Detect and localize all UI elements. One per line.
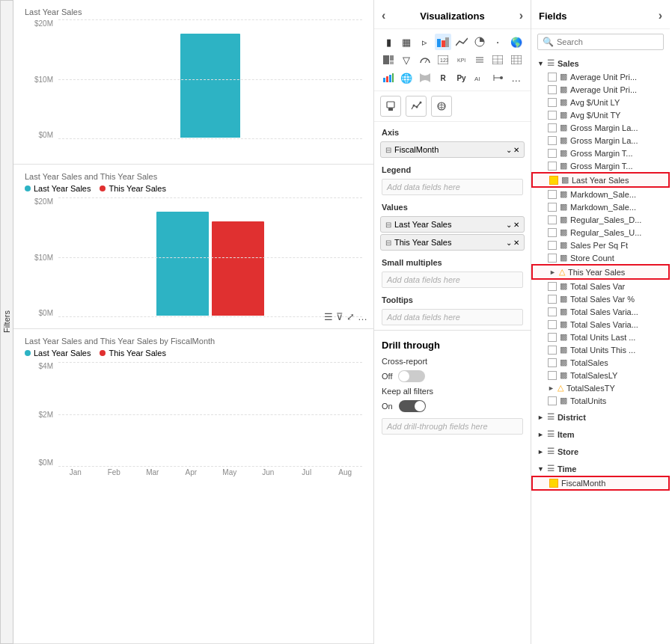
viz-nav-right[interactable]: ›: [519, 9, 523, 22]
checkbox-totalunits[interactable]: [548, 396, 557, 405]
this-year-close[interactable]: ✕: [513, 239, 519, 247]
field-markdown-sale-1[interactable]: ▩ Markdown_Sale...: [531, 188, 670, 200]
viz-icon-python[interactable]: Py: [453, 70, 470, 86]
field-last-year-sales[interactable]: ▩ Last Year Sales: [531, 172, 670, 188]
viz-icon-scatter[interactable]: ⋅: [489, 34, 506, 50]
store-group-header[interactable]: ► ☰ Store: [531, 444, 670, 459]
values-field-last-year[interactable]: ⊟ Last Year Sales ⌄ ✕: [380, 216, 525, 233]
field-sales-per-sq-ft[interactable]: ▩ Sales Per Sq Ft: [531, 239, 670, 251]
filters-tab[interactable]: Filters: [0, 0, 13, 644]
time-group-header[interactable]: ▼ ☰ Time: [531, 461, 670, 476]
viz-icon-filled-map[interactable]: 🌐: [398, 70, 415, 86]
viz-icon-bar[interactable]: ▦: [398, 34, 415, 50]
viz-icon-clustered-bar[interactable]: [435, 34, 451, 50]
field-store-count[interactable]: ▩ Store Count: [531, 251, 670, 264]
drill-through-placeholder[interactable]: Add drill-through fields here: [382, 418, 523, 435]
checkbox-avg-unit-pri-2[interactable]: [548, 85, 557, 94]
checkbox-gross-margin-la-2[interactable]: [548, 136, 557, 145]
field-gross-margin-t-1[interactable]: ▩ Gross Margin T...: [531, 147, 670, 159]
viz-icon-r-script[interactable]: R: [435, 70, 451, 86]
viz-icon-map[interactable]: 🌎: [508, 34, 525, 50]
sales-group-header[interactable]: ▼ ☰ Sales: [531, 56, 670, 70]
field-regular-sales-d[interactable]: ▩ Regular_Sales_D...: [531, 213, 670, 226]
item-group-header[interactable]: ► ☰ Item: [531, 427, 670, 441]
viz-nav-left[interactable]: ‹: [382, 9, 385, 22]
field-totalsalesly[interactable]: ▩ TotalSalesLY: [531, 369, 670, 381]
field-this-year-sales[interactable]: ► △ This Year Sales: [531, 264, 670, 280]
this-year-chevron[interactable]: ⌄: [506, 239, 512, 247]
checkbox-fiscal-month[interactable]: [549, 479, 558, 488]
axis-field-pill[interactable]: ⊟ FiscalMonth ⌄ ✕: [380, 141, 525, 158]
viz-icon-funnel[interactable]: ▽: [398, 52, 415, 68]
field-avg-unit-ty[interactable]: ▩ Avg $/Unit TY: [531, 108, 670, 121]
totalsalesty-expand[interactable]: ►: [548, 384, 555, 392]
checkbox-avg-unit-pri-1[interactable]: [548, 73, 557, 82]
checkbox-markdown-2[interactable]: [548, 203, 557, 212]
field-gross-margin-la-1[interactable]: ▩ Gross Margin La...: [531, 121, 670, 134]
viz-icon-gauge[interactable]: [417, 52, 433, 68]
small-multiples-placeholder[interactable]: Add data fields here: [382, 272, 523, 288]
search-box[interactable]: 🔍: [537, 34, 664, 50]
field-avg-unit-pri-1[interactable]: ▩ Average Unit Pri...: [531, 70, 670, 83]
field-avg-unit-ly[interactable]: ▩ Avg $/Unit LY: [531, 96, 670, 108]
field-total-sales-varia-1[interactable]: ▩ Total Sales Varia...: [531, 305, 670, 318]
tooltips-placeholder[interactable]: Add data fields here: [382, 309, 523, 325]
checkbox-totalsalesly[interactable]: [548, 371, 557, 380]
viz-icon-line[interactable]: [453, 34, 470, 50]
checkbox-avg-unit-ty[interactable]: [548, 111, 557, 120]
checkbox-total-units-last[interactable]: [548, 333, 557, 342]
last-year-close[interactable]: ✕: [513, 221, 519, 229]
checkbox-store-count[interactable]: [548, 254, 557, 263]
checkbox-total-sales-var[interactable]: [548, 282, 557, 291]
field-total-sales-var-pct[interactable]: ▩ Total Sales Var %: [531, 292, 670, 305]
viz-icon-more[interactable]: …: [508, 70, 525, 86]
format-paint-btn[interactable]: [380, 96, 401, 117]
legend-placeholder[interactable]: Add data fields here: [382, 179, 523, 195]
checkbox-total-units-this[interactable]: [548, 346, 557, 355]
checkbox-reg-sales-d[interactable]: [548, 215, 557, 224]
field-regular-sales-u[interactable]: ▩ Regular_Sales_U...: [531, 226, 670, 239]
checkbox-gross-margin-t-2[interactable]: [548, 162, 557, 171]
viz-icon-matrix[interactable]: [508, 52, 525, 68]
field-fiscal-month[interactable]: FiscalMonth: [531, 476, 670, 491]
checkbox-gross-margin-t-1[interactable]: [548, 149, 557, 158]
field-total-units-last[interactable]: ▩ Total Units Last ...: [531, 331, 670, 343]
viz-icon-treemap[interactable]: [380, 52, 397, 68]
fields-nav-right[interactable]: ›: [659, 9, 662, 22]
analytics-btn[interactable]: [406, 96, 427, 117]
viz-icon-kpi[interactable]: KPI: [453, 52, 470, 68]
last-year-chevron[interactable]: ⌄: [506, 221, 512, 229]
field-totalunits[interactable]: ▩ TotalUnits: [531, 394, 670, 407]
checkbox-total-sales-var-pct[interactable]: [548, 295, 557, 304]
search-input[interactable]: [557, 37, 659, 46]
axis-close-icon[interactable]: ✕: [513, 146, 519, 154]
viz-icon-decomp-tree[interactable]: [489, 70, 506, 86]
fields-btn[interactable]: [431, 96, 452, 117]
viz-icon-stacked-bar[interactable]: ▮: [380, 34, 397, 50]
viz-icon-slicer[interactable]: [471, 52, 488, 68]
district-group-header[interactable]: ► ☰ District: [531, 410, 670, 424]
checkbox-reg-sales-u[interactable]: [548, 228, 557, 237]
viz-icon-card[interactable]: 123: [435, 52, 451, 68]
viz-icon-area[interactable]: ▹: [417, 34, 433, 50]
viz-icon-waterfall[interactable]: [380, 70, 397, 86]
field-markdown-sale-2[interactable]: ▩ Markdown_Sale...: [531, 200, 670, 213]
checkbox-markdown-1[interactable]: [548, 190, 557, 199]
field-total-units-this[interactable]: ▩ Total Units This ...: [531, 343, 670, 356]
toolbar-menu-icon[interactable]: ☰: [324, 311, 333, 322]
checkbox-last-year-sales[interactable]: [549, 176, 558, 185]
this-year-expand[interactable]: ►: [549, 269, 556, 276]
field-avg-unit-pri-2[interactable]: ▩ Average Unit Pri...: [531, 83, 670, 96]
viz-icon-ai[interactable]: AI: [471, 70, 488, 86]
values-field-this-year[interactable]: ⊟ This Year Sales ⌄ ✕: [380, 234, 525, 251]
viz-icon-table[interactable]: [489, 52, 506, 68]
keep-filters-toggle[interactable]: [399, 400, 426, 412]
cross-report-toggle[interactable]: [398, 370, 425, 382]
checkbox-avg-unit-ly[interactable]: [548, 98, 557, 107]
checkbox-total-sales-varia-1[interactable]: [548, 307, 557, 316]
field-total-sales-varia-2[interactable]: ▩ Total Sales Varia...: [531, 318, 670, 331]
checkbox-gross-margin-la-1[interactable]: [548, 123, 557, 132]
axis-chevron-icon[interactable]: ⌄: [506, 146, 512, 154]
checkbox-total-sales-varia-2[interactable]: [548, 320, 557, 329]
toolbar-filter-icon[interactable]: ⊽: [336, 311, 343, 322]
